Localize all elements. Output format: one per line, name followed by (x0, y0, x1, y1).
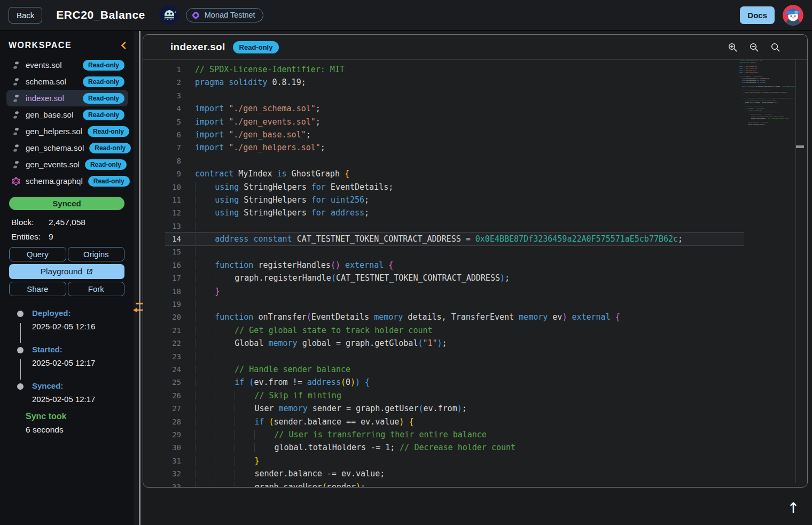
file-name: gen_schema.sol (26, 143, 84, 152)
code-line: 13 (165, 220, 744, 233)
code-line: 6import "./gen_base.sol"; (165, 128, 744, 141)
graphql-file-icon (12, 177, 20, 186)
line-number: 31 (165, 454, 181, 467)
solidity-file-icon (12, 61, 20, 70)
block-label: Block: (11, 218, 49, 227)
file-name: gen_events.sol (26, 160, 80, 169)
timeline-time: 2025-02-05 12:17 (32, 358, 134, 367)
readonly-badge: Read-only (233, 41, 279, 53)
share-button[interactable]: Share (9, 282, 66, 296)
sidebar-item-schema-graphql[interactable]: schema.graphqlRead-only (6, 173, 128, 189)
sync-took-value: 6 seconds (26, 425, 134, 435)
docs-button[interactable]: Docs (740, 6, 775, 24)
solidity-file-icon (12, 127, 20, 136)
line-number: 30 (165, 441, 181, 454)
line-number: 2 (165, 76, 181, 89)
timeline-item-started: Started:2025-02-05 12:17 (0, 344, 134, 381)
entities-value: 9 (49, 232, 53, 242)
code-line: 14 address constant CAT_TESTNET_TOKEN_CO… (165, 233, 744, 245)
sidebar-resize-handle[interactable] (139, 31, 140, 525)
origins-button[interactable]: Origins (68, 247, 125, 261)
code-line: 1// SPDX-License-Identifier: MIT (165, 63, 744, 76)
line-number: 22 (165, 337, 181, 350)
code-minimap[interactable]: // SPDX-License-Identifier: MITpragma so… (739, 59, 795, 134)
app-root: Back ERC20_Balance Monad Testnet Docs (0, 0, 812, 525)
timeline-label: Synced: (32, 381, 134, 391)
scroll-to-top-button[interactable]: ↑ (781, 496, 806, 520)
line-number: 33 (165, 481, 181, 488)
sidebar-item-events-sol[interactable]: events.solRead-only (6, 57, 128, 73)
code-line: 9contract MyIndex is GhostGraph { (165, 167, 744, 180)
sidebar-item-schema-sol[interactable]: schema.solRead-only (6, 73, 128, 90)
code-line: 18 } (165, 285, 744, 298)
code-line: 24 // Handle sender balance (165, 363, 744, 376)
code-line: 30 global.totalHolders -= 1; // Decrease… (165, 441, 744, 454)
line-number: 15 (165, 245, 181, 258)
code-line: 23 (165, 350, 744, 363)
back-button[interactable]: Back (9, 7, 42, 24)
line-number: 20 (165, 311, 181, 323)
file-name: schema.sol (26, 77, 66, 86)
code-line: 33 graph.saveUser(sender); (165, 481, 744, 488)
code-line: 15 (165, 245, 744, 258)
line-number: 26 (165, 389, 181, 402)
editor-filename: indexer.sol (170, 41, 225, 53)
file-name: indexer.sol (26, 94, 64, 103)
file-name: events.sol (26, 60, 62, 70)
search-icon[interactable] (770, 42, 780, 52)
line-number: 6 (165, 128, 181, 141)
code-line: 4import "./gen_schema.sol"; (165, 102, 744, 115)
timeline-time: 2025-02-05 12:16 (32, 322, 134, 331)
line-number: 17 (165, 272, 181, 284)
zoom-in-icon[interactable] (728, 42, 738, 52)
line-number: 3 (165, 89, 181, 102)
fork-button[interactable]: Fork (68, 282, 125, 296)
code-editor-panel: indexer.sol Read-only (143, 34, 808, 488)
code-line: 2pragma solidity 0.8.19; (165, 76, 744, 89)
block-value: 2,457,058 (49, 218, 85, 227)
query-button[interactable]: Query (9, 247, 66, 261)
editor-scrollbar-track[interactable] (795, 59, 796, 483)
line-number: 21 (165, 324, 181, 337)
code-line: 19 (165, 298, 744, 311)
code-area[interactable]: 1// SPDX-License-Identifier: MIT2pragma … (143, 60, 807, 487)
timeline-label: Started: (32, 344, 134, 355)
code-line: 25 if (ev.from != address(0)) { (165, 376, 744, 389)
sidebar-item-gen_helpers-sol[interactable]: gen_helpers.solRead-only (6, 123, 128, 140)
action-buttons: Query Origins Playground Share Fork (9, 247, 124, 296)
timeline-item-synced: Synced:2025-02-05 12:17 (0, 381, 134, 408)
line-number: 18 (165, 285, 181, 298)
line-number: 24 (165, 363, 181, 376)
sidebar-item-gen_events-sol[interactable]: gen_events.solRead-only (6, 156, 128, 173)
timeline-dot (17, 383, 24, 390)
code-line: 17 graph.registerHandle(CAT_TESTNET_TOKE… (165, 272, 744, 284)
user-avatar[interactable] (783, 5, 803, 26)
code-line: 31 } (165, 454, 744, 467)
readonly-badge: Read-only (88, 176, 130, 187)
code-line: 10 using StringHelpers for EventDetails; (165, 181, 744, 194)
line-number: 19 (165, 298, 181, 311)
timeline-item-deployed: Deployed:2025-02-05 12:16 (0, 308, 134, 344)
code-line: 8 (165, 155, 744, 167)
editor-scrollbar-thumb[interactable] (796, 145, 804, 148)
playground-button[interactable]: Playground (9, 264, 124, 279)
line-number: 8 (165, 155, 181, 167)
sidebar-collapse-button[interactable] (121, 42, 126, 49)
workspace-sidebar: WORKSPACE events.solRead-onlyschema.solR… (0, 31, 134, 525)
code-line: 11 using StringHelpers for uint256; (165, 194, 744, 206)
index-stats: Block: 2,457,058 Entities: 9 (11, 218, 134, 242)
readonly-badge: Read-only (88, 126, 129, 137)
editor-header: indexer.sol Read-only (143, 35, 807, 60)
code-line: 5import "./gen_events.sol"; (165, 115, 744, 128)
line-number: 23 (165, 350, 181, 363)
code-line: 12 using StringHelpers for address; (165, 206, 744, 219)
code-line: 21 // Get global state to track holder c… (165, 324, 744, 337)
sidebar-item-gen_schema-sol[interactable]: gen_schema.solRead-only (6, 140, 128, 156)
zoom-out-icon[interactable] (749, 42, 759, 52)
network-badge[interactable]: Monad Testnet (186, 8, 263, 22)
readonly-badge: Read-only (83, 93, 124, 104)
monad-diamond-icon (192, 11, 200, 19)
sidebar-item-gen_base-sol[interactable]: gen_base.solRead-only (6, 106, 128, 123)
sidebar-item-indexer-sol[interactable]: indexer.solRead-only (6, 90, 128, 106)
file-name: gen_helpers.sol (26, 127, 82, 136)
